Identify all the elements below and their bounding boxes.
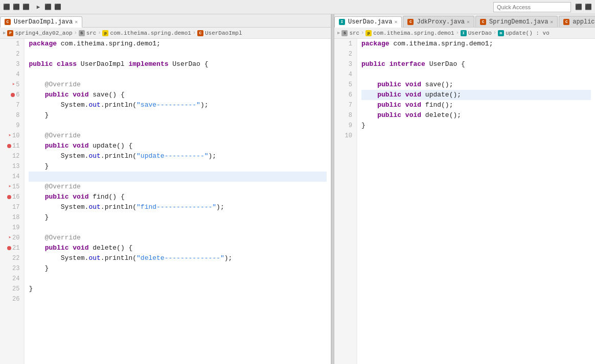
right-breadcrumb-src[interactable]: src: [349, 30, 359, 36]
left-line-num-18: 18: [6, 212, 19, 223]
left-line-num-26: 26: [6, 294, 19, 304]
right-breadcrumb-src-icon: S: [341, 30, 348, 36]
right-breakpoint-col: [334, 39, 338, 364]
right-tab-jdkproxy[interactable]: C JdkProxy.java ✕: [403, 16, 474, 27]
right-tab-springdemo1[interactable]: C SpringDemo1.java ✕: [475, 16, 558, 27]
left-breadcrumb-pkg-icon: p: [102, 30, 108, 36]
right-code-line-9: }: [361, 120, 591, 131]
left-breadcrumb-class[interactable]: UserDaoImpl: [205, 30, 242, 36]
left-sep-3: ›: [193, 30, 196, 36]
left-breadcrumb-project[interactable]: spring4_day02_aop: [15, 30, 72, 36]
left-line-num-15: ➤15: [6, 182, 19, 192]
left-code-line-24: [29, 274, 327, 284]
left-sep-1: ›: [74, 30, 77, 36]
left-line-numbers: 1234➤56789➤1011121314➤1516171819➤2021222…: [4, 39, 24, 364]
right-tab-userdao[interactable]: I UserDao.java ✕: [334, 16, 402, 28]
left-line-num-5: ➤5: [6, 80, 19, 90]
left-line-num-25: 25: [6, 284, 19, 294]
left-breadcrumb-class-icon: C: [197, 30, 203, 36]
right-code-content[interactable]: package com.itheima.spring.demo1;public …: [357, 39, 595, 364]
right-code-line-8: public void delete();: [361, 110, 591, 120]
right-line-num-7: 7: [340, 100, 352, 110]
left-code-line-25: }: [29, 284, 327, 294]
left-line-num-22: 22: [6, 253, 19, 263]
left-line-num-3: 3: [6, 59, 19, 69]
right-line-num-9: 9: [340, 120, 352, 131]
left-line-gutter: 1234➤56789➤1011121314➤1516171819➤2021222…: [0, 39, 25, 364]
right-code-line-2: [361, 49, 591, 59]
right-line-num-8: 8: [340, 110, 352, 120]
right-panel-tabs: I UserDao.java ✕ C JdkProxy.java ✕ C Spr…: [334, 14, 595, 28]
right-breadcrumb-pkg[interactable]: com.itheima.spring.demo1: [373, 30, 454, 36]
right-breadcrumb-method-icon: m: [498, 30, 504, 36]
right-sep-2: ›: [456, 30, 459, 36]
right-line-num-4: 4: [340, 69, 352, 80]
left-line-num-11: 11: [6, 141, 19, 151]
right-code-line-6: public void update();: [361, 90, 591, 100]
right-code-line-1: package com.itheima.spring.demo1;: [361, 39, 591, 49]
toolbar-icon-5[interactable]: ⬛: [43, 3, 53, 12]
right-tab-jdkproxy-close[interactable]: ✕: [467, 19, 470, 25]
right-tab-application[interactable]: C application...: [559, 16, 595, 27]
toolbar-icon-right-1[interactable]: ⬛: [574, 3, 583, 12]
left-panel-tabs: C UserDaoImpl.java ✕: [0, 14, 331, 28]
right-breadcrumb-interface-icon: I: [461, 30, 467, 36]
left-breadcrumb-project-icon: P: [7, 30, 13, 36]
right-code-area: 12345678910 package com.itheima.spring.d…: [334, 39, 595, 364]
left-code-line-19: [29, 223, 327, 233]
left-code-line-21: public void delete() {: [29, 243, 327, 253]
quick-access-input[interactable]: [493, 2, 571, 12]
right-code-line-7: public void find();: [361, 100, 591, 110]
left-breadcrumb-src-icon: S: [79, 30, 85, 36]
right-tab-userdao-label: UserDao.java: [348, 18, 392, 26]
right-line-num-10: 10: [340, 131, 352, 141]
toolbar: ⬛ ⬛ ⬛ ▶ ⬛ ⬛ ⬛ ⬛: [0, 0, 595, 14]
left-tab-userdaoimpl-close[interactable]: ✕: [75, 19, 78, 25]
toolbar-icons-right: ⬛ ⬛: [574, 3, 593, 12]
left-code-line-11: public void update() {: [29, 141, 327, 151]
toolbar-icon-4[interactable]: ▶: [34, 3, 43, 12]
left-line-num-17: 17: [6, 202, 19, 212]
left-breadcrumb-pkg[interactable]: com.itheima.spring.demo1: [110, 30, 191, 36]
left-code-line-1: package com.itheima.spring.demo1;: [29, 39, 327, 49]
right-tab-springdemo1-icon: C: [480, 19, 486, 25]
left-line-num-4: 4: [6, 69, 19, 80]
left-breadcrumb-arrow: ▶: [3, 30, 6, 36]
left-code-line-26: [29, 294, 327, 304]
left-panel-breadcrumb: ▶ P spring4_day02_aop › S src › p com.it…: [0, 28, 331, 39]
toolbar-icon-1[interactable]: ⬛: [2, 3, 11, 12]
right-tab-userdao-close[interactable]: ✕: [394, 19, 397, 25]
left-line-num-9: 9: [6, 120, 19, 131]
right-tab-springdemo1-close[interactable]: ✕: [550, 19, 553, 25]
left-code-line-5: @Override: [29, 80, 327, 90]
right-sep-3: ›: [493, 30, 496, 36]
left-line-num-10: ➤10: [6, 131, 19, 141]
left-code-line-9: [29, 120, 327, 131]
left-line-num-1: 1: [6, 39, 19, 49]
left-sep-2: ›: [98, 30, 101, 36]
left-code-line-20: @Override: [29, 233, 327, 243]
toolbar-icon-6[interactable]: ⬛: [53, 3, 62, 12]
ide-window: ⬛ ⬛ ⬛ ▶ ⬛ ⬛ ⬛ ⬛ C UserDaoImpl.java ✕: [0, 0, 595, 364]
toolbar-icon-2[interactable]: ⬛: [12, 3, 21, 12]
right-breadcrumb-method[interactable]: update() : vo: [506, 30, 550, 36]
left-code-line-2: [29, 49, 327, 59]
toolbar-icon-right-2[interactable]: ⬛: [584, 3, 593, 12]
left-line-num-24: 24: [6, 274, 19, 284]
left-code-line-12: System.out.println("update----------");: [29, 151, 327, 161]
toolbar-icon-3[interactable]: ⬛: [21, 3, 31, 12]
right-line-num-2: 2: [340, 49, 352, 59]
left-panel: C UserDaoImpl.java ✕ ▶ P spring4_day02_a…: [0, 14, 331, 364]
left-code-content[interactable]: package com.itheima.spring.demo1;public …: [25, 39, 331, 364]
left-code-line-8: }: [29, 110, 327, 120]
left-code-line-22: System.out.println("delete--------------…: [29, 253, 327, 263]
left-tab-userdaoimpl[interactable]: C UserDaoImpl.java ✕: [0, 16, 82, 28]
left-breadcrumb-src[interactable]: src: [86, 30, 97, 36]
left-line-num-6: 6: [6, 90, 19, 100]
left-line-num-2: 2: [6, 49, 19, 59]
right-tab-jdkproxy-icon: C: [407, 19, 414, 25]
left-tab-userdaoimpl-label: UserDaoImpl.java: [14, 18, 73, 26]
left-code-line-6: public void save() {: [29, 90, 327, 100]
left-code-area: 1234➤56789➤1011121314➤1516171819➤2021222…: [0, 39, 331, 364]
right-breadcrumb-interface[interactable]: UserDao: [468, 30, 492, 36]
